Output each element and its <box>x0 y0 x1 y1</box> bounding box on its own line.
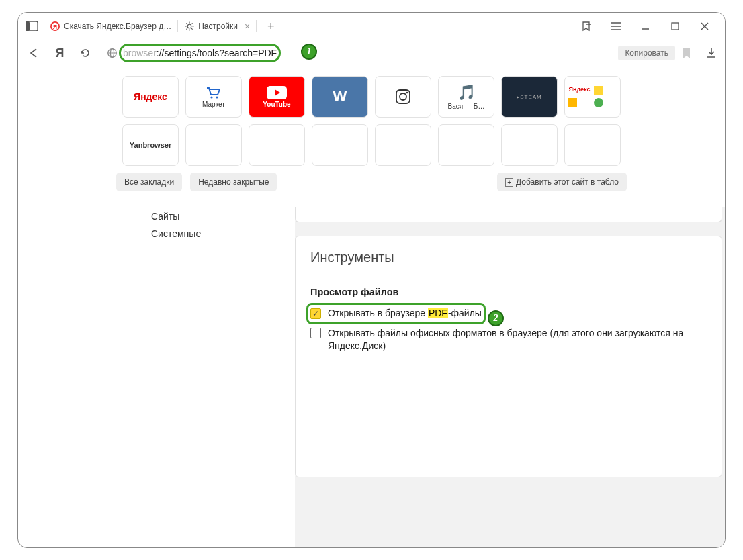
dial-empty[interactable] <box>501 124 558 166</box>
settings-content: Сайты Системные Инструменты Просмотр фай… <box>18 207 725 547</box>
sidebar-item-system[interactable]: Системные <box>151 225 268 242</box>
back-button[interactable] <box>26 45 42 61</box>
plus-icon: + <box>505 178 513 187</box>
svg-line-9 <box>187 23 188 24</box>
dial-user[interactable]: 🎵 Вася — Б… <box>438 76 494 118</box>
dial-steam[interactable]: ▸STEAM <box>501 76 558 118</box>
sidebar-toggle-icon[interactable] <box>22 17 41 36</box>
callout-badge-2: 2 <box>488 310 504 326</box>
new-tab-button[interactable]: + <box>262 17 279 35</box>
checkbox-office-label: Открывать файлы офисных форматов в брауз… <box>328 327 707 353</box>
dial-market[interactable]: Маркет <box>185 76 242 118</box>
close-tab-icon[interactable]: × <box>245 21 250 32</box>
dial-empty[interactable] <box>249 124 305 166</box>
all-bookmarks-button[interactable]: Все закладки <box>116 173 182 191</box>
speed-dial-row-1: Яндекс Маркет YouTube W 🎵 Вася — Б… ▸STE… <box>122 76 621 118</box>
dial-vk[interactable]: W <box>312 76 368 118</box>
callout-badge-1: 1 <box>301 44 317 60</box>
svg-rect-27 <box>396 90 410 103</box>
dial-services[interactable]: Яндекс <box>564 76 621 118</box>
reload-button[interactable] <box>77 45 93 61</box>
checkbox-row-pdf: ✓ Открывать в браузере PDF-файлы <box>310 307 707 320</box>
speed-dial-row-2: Yanbrowser <box>122 124 621 166</box>
speed-dial: Яндекс Маркет YouTube W 🎵 Вася — Б… ▸STE… <box>18 66 725 194</box>
bookmark-flag-icon[interactable] <box>577 17 596 36</box>
dial-empty[interactable] <box>438 124 494 166</box>
home-button[interactable]: Я <box>52 45 68 61</box>
address-bar-row: Я browser://settings/tools?search=PDF Ко… <box>18 40 725 66</box>
download-icon[interactable] <box>706 47 717 59</box>
globe-icon <box>107 48 118 58</box>
dial-yanbrowser[interactable]: Yanbrowser <box>122 124 179 166</box>
settings-sidebar: Сайты Системные <box>147 207 268 242</box>
checkbox-pdf[interactable]: ✓ <box>310 308 321 319</box>
dial-youtube[interactable]: YouTube <box>249 76 305 118</box>
menu-icon[interactable] <box>607 17 625 36</box>
url-text: browser://settings/tools?search=PDF <box>123 48 277 58</box>
dial-instagram[interactable] <box>375 76 431 118</box>
svg-line-12 <box>191 23 193 24</box>
dial-empty[interactable] <box>312 124 368 166</box>
settings-card-prev <box>295 207 722 222</box>
card-title: Инструменты <box>310 250 707 265</box>
svg-rect-1 <box>26 21 30 31</box>
dial-empty[interactable] <box>185 124 242 166</box>
browser-window: Я Скачать Яндекс.Браузер д… Настройки × … <box>17 12 726 548</box>
checkbox-row-office: Открывать файлы офисных форматов в брауз… <box>310 327 707 353</box>
svg-point-4 <box>187 24 191 28</box>
svg-line-11 <box>187 28 188 30</box>
svg-point-28 <box>400 93 406 100</box>
window-controls <box>577 17 721 36</box>
close-window-button[interactable] <box>695 17 714 36</box>
tab-download[interactable]: Я Скачать Яндекс.Браузер д… <box>44 15 178 37</box>
copy-button[interactable]: Копировать <box>618 46 675 60</box>
dial-empty[interactable] <box>564 124 621 166</box>
checkbox-pdf-label: Открывать в браузере PDF-файлы <box>328 307 482 320</box>
music-icon: 🎵 <box>457 84 476 101</box>
settings-main: Инструменты Просмотр файлов ✓ Открывать … <box>295 207 725 547</box>
tab-label: Скачать Яндекс.Браузер д… <box>64 21 171 31</box>
settings-card-tools: Инструменты Просмотр файлов ✓ Открывать … <box>295 236 722 477</box>
tab-label: Настройки <box>198 21 238 31</box>
cart-icon <box>206 86 222 99</box>
card-subtitle: Просмотр файлов <box>310 287 707 297</box>
address-bar[interactable]: browser://settings/tools?search=PDF <box>103 44 609 62</box>
tab-strip: Я Скачать Яндекс.Браузер д… Настройки × … <box>18 13 725 40</box>
svg-point-24 <box>210 96 212 98</box>
gear-icon <box>185 21 194 31</box>
svg-line-10 <box>191 28 193 30</box>
address-bar-right: Копировать <box>618 46 717 60</box>
steam-icon: ▸STEAM <box>517 94 542 100</box>
instagram-icon <box>394 88 412 105</box>
yandex-icon: Я <box>50 21 60 31</box>
maximize-button[interactable] <box>666 17 685 36</box>
recently-closed-button[interactable]: Недавно закрытые <box>190 173 277 191</box>
chip-row: Все закладки Недавно закрытые +Добавить … <box>116 173 627 191</box>
bookmark-icon[interactable] <box>682 47 691 59</box>
checkbox-office[interactable] <box>310 328 321 338</box>
minimize-button[interactable] <box>636 17 655 36</box>
dial-empty[interactable] <box>375 124 431 166</box>
svg-rect-18 <box>672 23 679 30</box>
vk-icon: W <box>333 88 347 105</box>
add-to-dial-button[interactable]: +Добавить этот сайт в табло <box>497 173 627 191</box>
svg-text:Я: Я <box>53 24 57 30</box>
youtube-icon <box>267 86 287 99</box>
sidebar-item-sites[interactable]: Сайты <box>151 207 268 225</box>
svg-point-29 <box>406 92 408 94</box>
dial-yandex[interactable]: Яндекс <box>122 76 179 118</box>
svg-point-25 <box>216 96 218 98</box>
tab-settings[interactable]: Настройки × <box>178 15 257 37</box>
